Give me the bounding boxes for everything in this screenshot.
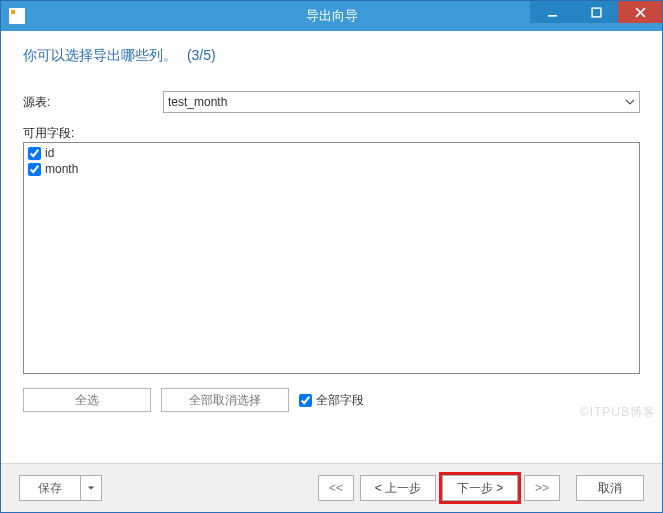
field-label: id	[45, 145, 54, 161]
window-buttons	[530, 1, 662, 31]
chevron-down-icon	[87, 484, 95, 492]
field-checkbox-id[interactable]	[28, 147, 41, 160]
field-checkbox-month[interactable]	[28, 163, 41, 176]
close-button[interactable]	[618, 1, 662, 23]
deselect-all-button[interactable]: 全部取消选择	[161, 388, 289, 412]
select-all-button[interactable]: 全选	[23, 388, 151, 412]
source-label: 源表:	[23, 94, 163, 111]
prev-button[interactable]: < 上一步	[360, 475, 436, 501]
source-select[interactable]: test_month	[163, 91, 640, 113]
source-value: test_month	[168, 95, 227, 109]
list-item[interactable]: month	[28, 161, 635, 177]
wizard-body: 你可以选择导出哪些列。 (3/5) 源表: test_month 可用字段: i…	[1, 31, 662, 463]
save-split-button[interactable]: 保存	[19, 475, 102, 501]
heading-text: 你可以选择导出哪些列。	[23, 47, 177, 63]
maximize-button[interactable]	[574, 1, 618, 23]
save-label: 保存	[38, 480, 62, 497]
next-label: 下一步 >	[457, 480, 503, 497]
first-label: <<	[329, 481, 343, 495]
titlebar: 导出向导	[1, 1, 662, 31]
last-label: >>	[535, 481, 549, 495]
heading-step: (3/5)	[187, 47, 216, 63]
all-fields-label: 全部字段	[316, 392, 364, 409]
last-button[interactable]: >>	[524, 475, 560, 501]
fields-listbox[interactable]: id month	[23, 142, 640, 374]
selection-row: 全选 全部取消选择 全部字段	[23, 388, 640, 412]
field-label: month	[45, 161, 78, 177]
deselect-all-label: 全部取消选择	[189, 392, 261, 409]
all-fields-checkbox[interactable]	[299, 394, 312, 407]
source-row: 源表: test_month	[23, 91, 640, 113]
minimize-button[interactable]	[530, 1, 574, 23]
page-heading: 你可以选择导出哪些列。 (3/5)	[23, 47, 640, 65]
export-wizard-window: 导出向导 你可以选择导出哪些列。 (3/5) 源表: test_month	[0, 0, 663, 513]
save-button[interactable]: 保存	[20, 476, 80, 500]
first-button[interactable]: <<	[318, 475, 354, 501]
list-item[interactable]: id	[28, 145, 635, 161]
app-icon	[9, 8, 25, 24]
next-button[interactable]: 下一步 >	[442, 475, 518, 501]
cancel-button[interactable]: 取消	[576, 475, 644, 501]
wizard-footer: 保存 << < 上一步 下一步 > >> 取消	[1, 463, 662, 512]
fields-label: 可用字段:	[23, 125, 163, 142]
save-dropdown-button[interactable]	[80, 476, 101, 500]
select-all-label: 全选	[75, 392, 99, 409]
all-fields-option[interactable]: 全部字段	[299, 392, 364, 409]
svg-rect-1	[592, 8, 601, 17]
cancel-label: 取消	[598, 480, 622, 497]
chevron-down-icon	[625, 96, 635, 110]
prev-label: < 上一步	[375, 480, 421, 497]
